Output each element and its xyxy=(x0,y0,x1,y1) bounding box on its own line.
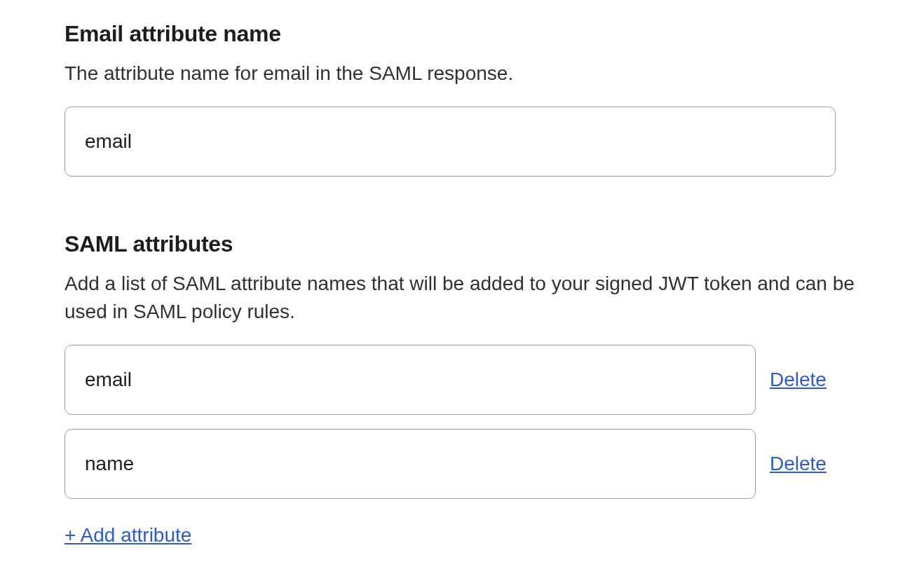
saml-attribute-row: Delete xyxy=(64,429,860,499)
delete-attribute-button[interactable]: Delete xyxy=(770,453,827,475)
saml-attributes-description: Add a list of SAML attribute names that … xyxy=(64,270,860,327)
saml-attribute-input[interactable] xyxy=(64,345,756,415)
saml-attributes-heading: SAML attributes xyxy=(64,231,860,257)
saml-attribute-input[interactable] xyxy=(64,429,756,499)
add-attribute-button[interactable]: + Add attribute xyxy=(64,524,191,547)
email-attribute-input[interactable] xyxy=(64,107,836,177)
saml-attribute-row: Delete xyxy=(64,345,860,415)
email-attribute-heading: Email attribute name xyxy=(64,21,860,47)
email-attribute-description: The attribute name for email in the SAML… xyxy=(64,60,860,88)
saml-attributes-list: Delete Delete xyxy=(64,345,860,513)
delete-attribute-button[interactable]: Delete xyxy=(770,369,827,391)
